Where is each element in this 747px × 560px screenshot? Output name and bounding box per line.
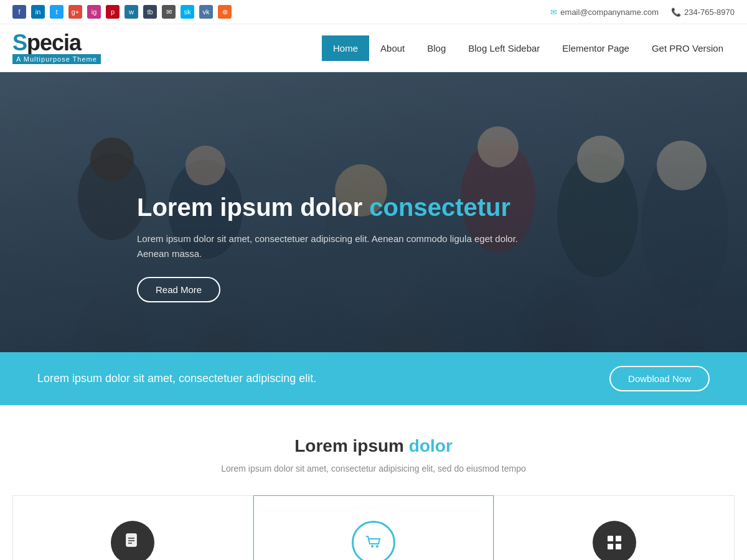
hero-section: Lorem ipsum dolor consectetur Lorem ipsu… xyxy=(0,72,747,352)
download-button[interactable]: Dowbload Now xyxy=(609,366,710,391)
logo-rest: pecia xyxy=(27,30,81,55)
features-title-accent: dolor xyxy=(409,436,453,455)
svg-rect-24 xyxy=(616,544,621,549)
twitter-icon[interactable]: t xyxy=(50,5,63,19)
doc-icon xyxy=(123,533,143,553)
instagram-icon[interactable]: ig xyxy=(87,5,101,19)
phone-number: 234-765-8970 xyxy=(684,7,735,17)
grid-icon xyxy=(604,533,624,553)
nav-pro[interactable]: Get PRO Version xyxy=(641,35,735,61)
hero-content: Lorem ipsum dolor consectetur Lorem ipsu… xyxy=(137,192,685,302)
features-description: Lorem ipsum dolor sit amet, consectetur … xyxy=(12,464,735,474)
logo[interactable]: Specia A Multipurpose Theme xyxy=(12,32,101,64)
svg-rect-14 xyxy=(126,534,136,546)
feature-icon-grid xyxy=(593,521,636,560)
cart-icon xyxy=(364,533,383,553)
logo-text: Specia xyxy=(12,32,101,54)
contact-info: ✉ email@companyname.com 📞 234-765-8970 xyxy=(550,7,735,17)
main-nav: Home About Blog Blog Left Sidebar Elemen… xyxy=(322,35,735,61)
header: Specia A Multipurpose Theme Home About B… xyxy=(0,24,747,72)
vk-icon[interactable]: vk xyxy=(199,5,213,19)
hero-description: Lorem ipsum dolor sit amet, consectetuer… xyxy=(137,231,548,261)
feature-icon-cart xyxy=(352,521,395,560)
banner-text: Lorem ipsum dolor sit amet, consectetuer… xyxy=(37,372,316,385)
feature-icon-doc xyxy=(111,521,154,560)
linkedin-icon[interactable]: in xyxy=(31,5,45,19)
feature-card-2 xyxy=(253,495,494,560)
phone-icon: 📞 xyxy=(671,7,681,17)
banner-strip: Lorem ipsum dolor sit amet, consectetuer… xyxy=(0,352,747,405)
logo-s: S xyxy=(12,30,27,55)
feature-card-1 xyxy=(12,495,253,560)
google-plus-icon[interactable]: g+ xyxy=(68,5,82,19)
feature-card-3 xyxy=(494,495,735,560)
social-icons: f in t g+ ig p w tb ✉ sk vk ⊛ xyxy=(12,5,232,19)
facebook-icon[interactable]: f xyxy=(12,5,26,19)
svg-point-19 xyxy=(371,545,374,548)
top-bar: f in t g+ ig p w tb ✉ sk vk ⊛ ✉ email@co… xyxy=(0,0,747,24)
svg-rect-21 xyxy=(608,536,613,541)
email-contact: ✉ email@companyname.com xyxy=(550,7,659,17)
hero-title-accent: consectetur xyxy=(369,194,510,221)
email-social-icon[interactable]: ✉ xyxy=(162,5,176,19)
nav-elementor[interactable]: Elementor Page xyxy=(551,35,641,61)
svg-rect-22 xyxy=(616,536,621,541)
rss-icon[interactable]: ⊛ xyxy=(218,5,232,19)
nav-home[interactable]: Home xyxy=(322,35,369,61)
features-title-normal: Lorem ipsum xyxy=(294,436,409,455)
nav-about[interactable]: About xyxy=(369,35,416,61)
phone-contact: 📞 234-765-8970 xyxy=(671,7,735,17)
features-section: Lorem ipsum dolor Lorem ipsum dolor sit … xyxy=(0,405,747,560)
pinterest-icon[interactable]: p xyxy=(106,5,120,19)
svg-point-20 xyxy=(376,545,378,548)
read-more-button[interactable]: Read More xyxy=(137,277,220,302)
tumblr-icon[interactable]: tb xyxy=(143,5,157,19)
email-address: email@companyname.com xyxy=(560,7,659,17)
hero-title-normal: Lorem ipsum dolor xyxy=(137,194,369,221)
svg-rect-23 xyxy=(608,544,613,549)
features-grid xyxy=(12,495,735,560)
nav-blog[interactable]: Blog xyxy=(416,35,457,61)
logo-subtitle: A Multipurpose Theme xyxy=(12,54,101,64)
nav-blog-sidebar[interactable]: Blog Left Sidebar xyxy=(457,35,551,61)
email-icon: ✉ xyxy=(550,7,557,17)
features-title: Lorem ipsum dolor xyxy=(12,436,735,456)
wordpress-icon[interactable]: w xyxy=(125,5,138,19)
skype-icon[interactable]: sk xyxy=(181,5,194,19)
hero-title: Lorem ipsum dolor consectetur xyxy=(137,192,685,222)
